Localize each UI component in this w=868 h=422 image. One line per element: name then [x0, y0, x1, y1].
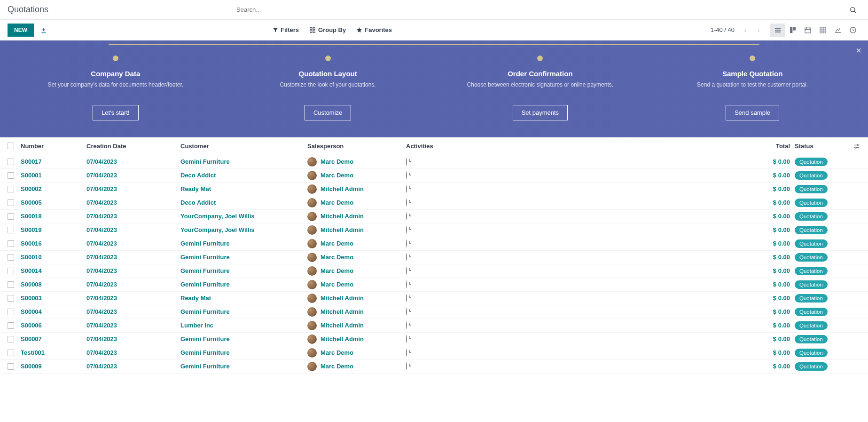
customer-link[interactable]: Gemini Furniture [180, 349, 230, 356]
clock-icon[interactable] [406, 239, 407, 247]
table-row[interactable]: S00010 07/04/2023 Gemini Furniture Marc … [0, 251, 868, 264]
customer-link[interactable]: Gemini Furniture [180, 158, 230, 165]
customer-link[interactable]: Gemini Furniture [180, 335, 230, 342]
table-row[interactable]: S00014 07/04/2023 Gemini Furniture Marc … [0, 264, 868, 278]
quotation-number-link[interactable]: S00014 [21, 267, 42, 274]
table-row[interactable]: S00009 07/04/2023 Gemini Furniture Marc … [0, 360, 868, 374]
customer-link[interactable]: Gemini Furniture [180, 363, 230, 370]
clock-icon[interactable] [406, 212, 407, 220]
salesperson-link[interactable]: Mitchell Admin [321, 295, 364, 302]
customer-link[interactable]: Ready Mat [180, 185, 211, 192]
quotation-number-link[interactable]: S00009 [21, 363, 42, 370]
quotation-number-link[interactable]: S00007 [21, 335, 42, 342]
column-header-total[interactable]: Total [533, 143, 795, 150]
filters-button[interactable]: Filters [273, 26, 299, 33]
quotation-number-link[interactable]: S00019 [21, 226, 42, 233]
column-header-customer[interactable]: Customer [180, 143, 307, 150]
salesperson-link[interactable]: Marc Demo [321, 199, 353, 206]
upload-icon[interactable] [40, 26, 47, 34]
column-options-icon[interactable] [846, 142, 860, 150]
pager-prev-icon[interactable] [740, 24, 751, 36]
salesperson-link[interactable]: Mitchell Admin [321, 226, 364, 233]
creation-date-link[interactable]: 07/04/2023 [86, 185, 117, 192]
clock-icon[interactable] [406, 294, 407, 302]
row-checkbox[interactable] [8, 254, 14, 261]
quotation-number-link[interactable]: S00008 [21, 281, 42, 288]
view-kanban-icon[interactable] [785, 24, 800, 37]
quotation-number-link[interactable]: S00016 [21, 240, 42, 247]
table-row[interactable]: Test/001 07/04/2023 Gemini Furniture Mar… [0, 346, 868, 360]
salesperson-link[interactable]: Mitchell Admin [321, 213, 364, 220]
search-input[interactable] [236, 6, 845, 13]
customer-link[interactable]: Lumber Inc [180, 322, 213, 329]
table-row[interactable]: S00008 07/04/2023 Gemini Furniture Marc … [0, 278, 868, 292]
row-checkbox[interactable] [8, 268, 14, 274]
clock-icon[interactable] [406, 308, 407, 316]
quotation-number-link[interactable]: S00001 [21, 172, 42, 179]
customer-link[interactable]: Ready Mat [180, 295, 211, 302]
customer-link[interactable]: Gemini Furniture [180, 281, 230, 288]
quotation-number-link[interactable]: S00002 [21, 185, 42, 192]
creation-date-link[interactable]: 07/04/2023 [86, 363, 117, 370]
table-row[interactable]: S00017 07/04/2023 Gemini Furniture Marc … [0, 155, 868, 169]
creation-date-link[interactable]: 07/04/2023 [86, 240, 117, 247]
column-header-activities[interactable]: Activities [406, 143, 533, 150]
salesperson-link[interactable]: Mitchell Admin [321, 335, 364, 342]
salesperson-link[interactable]: Mitchell Admin [321, 308, 364, 315]
creation-date-link[interactable]: 07/04/2023 [86, 199, 117, 206]
new-button[interactable]: NEW [8, 24, 34, 37]
row-checkbox[interactable] [8, 213, 14, 220]
clock-icon[interactable] [406, 171, 407, 179]
row-checkbox[interactable] [8, 336, 14, 342]
view-activity-icon[interactable] [845, 24, 860, 37]
clock-icon[interactable] [406, 185, 407, 193]
salesperson-link[interactable]: Marc Demo [321, 254, 353, 261]
creation-date-link[interactable]: 07/04/2023 [86, 335, 117, 342]
row-checkbox[interactable] [8, 240, 14, 247]
quotation-number-link[interactable]: S00006 [21, 322, 42, 329]
creation-date-link[interactable]: 07/04/2023 [86, 226, 117, 233]
groupby-button[interactable]: Group By [309, 26, 346, 33]
customer-link[interactable]: Gemini Furniture [180, 267, 230, 274]
step-button[interactable]: Customize [305, 105, 351, 120]
creation-date-link[interactable]: 07/04/2023 [86, 172, 117, 179]
table-row[interactable]: S00006 07/04/2023 Lumber Inc Mitchell Ad… [0, 319, 868, 333]
table-row[interactable]: S00003 07/04/2023 Ready Mat Mitchell Adm… [0, 292, 868, 305]
table-row[interactable]: S00016 07/04/2023 Gemini Furniture Marc … [0, 237, 868, 251]
table-row[interactable]: S00007 07/04/2023 Gemini Furniture Mitch… [0, 333, 868, 346]
clock-icon[interactable] [406, 267, 407, 275]
quotation-number-link[interactable]: S00018 [21, 213, 42, 220]
pager-text[interactable]: 1-40 / 40 [711, 26, 735, 33]
salesperson-link[interactable]: Marc Demo [321, 172, 353, 179]
customer-link[interactable]: Gemini Furniture [180, 308, 230, 315]
search-icon[interactable] [845, 4, 860, 16]
table-row[interactable]: S00002 07/04/2023 Ready Mat Mitchell Adm… [0, 183, 868, 196]
clock-icon[interactable] [406, 158, 407, 166]
close-icon[interactable]: × [856, 45, 861, 56]
clock-icon[interactable] [406, 349, 407, 357]
clock-icon[interactable] [406, 226, 407, 234]
quotation-number-link[interactable]: S00005 [21, 199, 42, 206]
row-checkbox[interactable] [8, 309, 14, 315]
row-checkbox[interactable] [8, 159, 14, 165]
salesperson-link[interactable]: Marc Demo [321, 240, 353, 247]
column-header-number[interactable]: Number [21, 143, 86, 150]
salesperson-link[interactable]: Marc Demo [321, 281, 353, 288]
customer-link[interactable]: Gemini Furniture [180, 254, 230, 261]
row-checkbox[interactable] [8, 295, 14, 302]
customer-link[interactable]: Gemini Furniture [180, 240, 230, 247]
view-list-icon[interactable] [770, 24, 785, 37]
view-pivot-icon[interactable] [815, 24, 830, 37]
row-checkbox[interactable] [8, 281, 14, 288]
view-graph-icon[interactable] [830, 24, 845, 37]
clock-icon[interactable] [406, 199, 407, 207]
creation-date-link[interactable]: 07/04/2023 [86, 213, 117, 220]
clock-icon[interactable] [406, 280, 407, 288]
customer-link[interactable]: Deco Addict [180, 172, 216, 179]
step-button[interactable]: Let's start! [93, 105, 139, 120]
salesperson-link[interactable]: Marc Demo [321, 363, 353, 370]
row-checkbox[interactable] [8, 227, 14, 233]
view-calendar-icon[interactable] [800, 24, 815, 37]
creation-date-link[interactable]: 07/04/2023 [86, 254, 117, 261]
customer-link[interactable]: YourCompany, Joel Willis [180, 226, 255, 233]
